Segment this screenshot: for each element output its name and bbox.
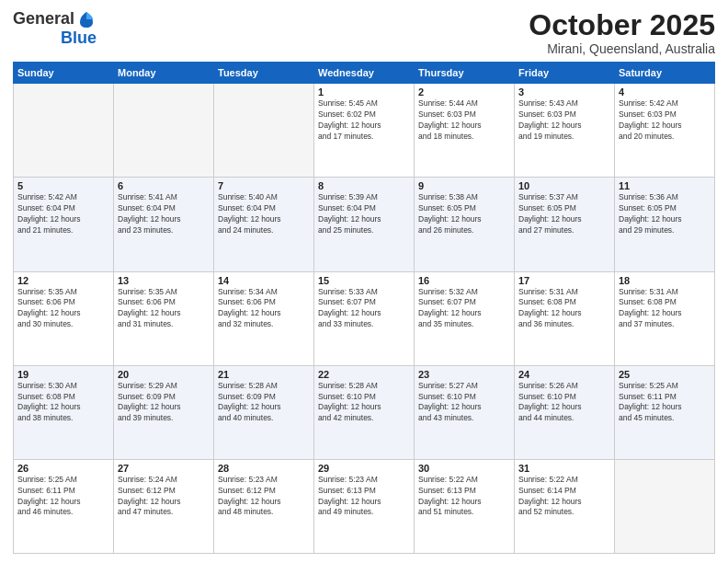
day-info: Sunrise: 5:30 AM Sunset: 6:08 PM Dayligh… xyxy=(17,381,109,425)
day-info: Sunrise: 5:25 AM Sunset: 6:11 PM Dayligh… xyxy=(619,381,711,425)
table-row: 14Sunrise: 5:34 AM Sunset: 6:06 PM Dayli… xyxy=(214,271,314,365)
table-row: 27Sunrise: 5:24 AM Sunset: 6:12 PM Dayli… xyxy=(114,459,214,553)
day-info: Sunrise: 5:23 AM Sunset: 6:12 PM Dayligh… xyxy=(218,475,310,519)
calendar-week-row: 26Sunrise: 5:25 AM Sunset: 6:11 PM Dayli… xyxy=(14,459,715,553)
day-info: Sunrise: 5:24 AM Sunset: 6:12 PM Dayligh… xyxy=(118,475,210,519)
day-info: Sunrise: 5:34 AM Sunset: 6:06 PM Dayligh… xyxy=(218,287,310,331)
table-row: 13Sunrise: 5:35 AM Sunset: 6:06 PM Dayli… xyxy=(114,271,214,365)
calendar-week-row: 5Sunrise: 5:42 AM Sunset: 6:04 PM Daylig… xyxy=(14,178,715,271)
day-number: 17 xyxy=(518,275,610,286)
day-info: Sunrise: 5:37 AM Sunset: 6:05 PM Dayligh… xyxy=(518,192,610,236)
calendar-subtitle: Mirani, Queensland, Australia xyxy=(529,41,715,56)
day-number: 26 xyxy=(17,463,109,474)
day-info: Sunrise: 5:23 AM Sunset: 6:13 PM Dayligh… xyxy=(318,475,410,519)
calendar-table: Sunday Monday Tuesday Wednesday Thursday… xyxy=(13,62,715,554)
table-row: 16Sunrise: 5:32 AM Sunset: 6:07 PM Dayli… xyxy=(415,271,515,365)
calendar-week-row: 19Sunrise: 5:30 AM Sunset: 6:08 PM Dayli… xyxy=(14,365,715,459)
day-number: 6 xyxy=(118,180,210,191)
table-row: 18Sunrise: 5:31 AM Sunset: 6:08 PM Dayli… xyxy=(615,271,715,365)
day-info: Sunrise: 5:28 AM Sunset: 6:10 PM Dayligh… xyxy=(318,381,410,425)
table-row: 26Sunrise: 5:25 AM Sunset: 6:11 PM Dayli… xyxy=(14,459,114,553)
day-number: 24 xyxy=(518,369,610,380)
header-friday: Friday xyxy=(515,63,615,84)
table-row: 31Sunrise: 5:22 AM Sunset: 6:14 PM Dayli… xyxy=(515,459,615,553)
day-number: 15 xyxy=(318,275,410,286)
table-row: 23Sunrise: 5:27 AM Sunset: 6:10 PM Dayli… xyxy=(415,365,515,459)
day-info: Sunrise: 5:42 AM Sunset: 6:04 PM Dayligh… xyxy=(17,192,109,236)
calendar-week-row: 1Sunrise: 5:45 AM Sunset: 6:02 PM Daylig… xyxy=(14,84,715,178)
day-number: 2 xyxy=(418,86,510,98)
day-number: 10 xyxy=(518,180,610,191)
calendar-title: October 2025 xyxy=(529,9,715,41)
day-number: 25 xyxy=(619,369,711,380)
table-row: 2Sunrise: 5:44 AM Sunset: 6:03 PM Daylig… xyxy=(415,84,515,178)
day-number: 16 xyxy=(418,275,510,286)
table-row: 10Sunrise: 5:37 AM Sunset: 6:05 PM Dayli… xyxy=(515,178,615,271)
table-row xyxy=(615,459,715,553)
day-number: 5 xyxy=(17,180,109,191)
day-info: Sunrise: 5:36 AM Sunset: 6:05 PM Dayligh… xyxy=(619,192,711,236)
day-number: 4 xyxy=(619,86,711,98)
table-row: 4Sunrise: 5:42 AM Sunset: 6:03 PM Daylig… xyxy=(615,84,715,178)
day-info: Sunrise: 5:25 AM Sunset: 6:11 PM Dayligh… xyxy=(17,475,109,519)
day-info: Sunrise: 5:33 AM Sunset: 6:07 PM Dayligh… xyxy=(318,287,410,331)
table-row: 21Sunrise: 5:28 AM Sunset: 6:09 PM Dayli… xyxy=(214,365,314,459)
day-number: 22 xyxy=(318,369,410,380)
day-number: 30 xyxy=(418,463,510,474)
day-number: 28 xyxy=(218,463,310,474)
day-number: 21 xyxy=(218,369,310,380)
day-number: 19 xyxy=(17,369,109,380)
logo: General Blue xyxy=(13,9,97,48)
table-row xyxy=(114,84,214,178)
day-number: 3 xyxy=(518,86,610,98)
day-number: 11 xyxy=(619,180,711,191)
header-tuesday: Tuesday xyxy=(214,63,314,84)
table-row: 28Sunrise: 5:23 AM Sunset: 6:12 PM Dayli… xyxy=(214,459,314,553)
day-number: 14 xyxy=(218,275,310,286)
table-row: 11Sunrise: 5:36 AM Sunset: 6:05 PM Dayli… xyxy=(615,178,715,271)
day-number: 8 xyxy=(318,180,410,191)
day-number: 12 xyxy=(17,275,109,286)
table-row: 24Sunrise: 5:26 AM Sunset: 6:10 PM Dayli… xyxy=(515,365,615,459)
day-info: Sunrise: 5:29 AM Sunset: 6:09 PM Dayligh… xyxy=(118,381,210,425)
logo-general-text: General xyxy=(13,10,74,29)
table-row: 22Sunrise: 5:28 AM Sunset: 6:10 PM Dayli… xyxy=(314,365,415,459)
header-wednesday: Wednesday xyxy=(314,63,415,84)
day-info: Sunrise: 5:38 AM Sunset: 6:05 PM Dayligh… xyxy=(418,192,510,236)
header: General Blue October 2025 Mirani, Queens… xyxy=(13,9,715,56)
table-row: 5Sunrise: 5:42 AM Sunset: 6:04 PM Daylig… xyxy=(14,178,114,271)
day-info: Sunrise: 5:44 AM Sunset: 6:03 PM Dayligh… xyxy=(418,98,510,143)
day-info: Sunrise: 5:41 AM Sunset: 6:04 PM Dayligh… xyxy=(118,192,210,236)
day-number: 13 xyxy=(118,275,210,286)
table-row: 19Sunrise: 5:30 AM Sunset: 6:08 PM Dayli… xyxy=(14,365,114,459)
day-info: Sunrise: 5:43 AM Sunset: 6:03 PM Dayligh… xyxy=(518,98,610,143)
day-info: Sunrise: 5:42 AM Sunset: 6:03 PM Dayligh… xyxy=(619,98,711,143)
day-number: 23 xyxy=(418,369,510,380)
table-row: 6Sunrise: 5:41 AM Sunset: 6:04 PM Daylig… xyxy=(114,178,214,271)
table-row: 9Sunrise: 5:38 AM Sunset: 6:05 PM Daylig… xyxy=(415,178,515,271)
day-info: Sunrise: 5:22 AM Sunset: 6:13 PM Dayligh… xyxy=(418,475,510,519)
logo-icon xyxy=(76,9,97,29)
table-row: 17Sunrise: 5:31 AM Sunset: 6:08 PM Dayli… xyxy=(515,271,615,365)
day-number: 1 xyxy=(318,86,410,98)
day-number: 29 xyxy=(318,463,410,474)
table-row: 29Sunrise: 5:23 AM Sunset: 6:13 PM Dayli… xyxy=(314,459,415,553)
day-info: Sunrise: 5:31 AM Sunset: 6:08 PM Dayligh… xyxy=(518,287,610,331)
day-info: Sunrise: 5:45 AM Sunset: 6:02 PM Dayligh… xyxy=(318,98,410,143)
day-number: 20 xyxy=(118,369,210,380)
day-info: Sunrise: 5:22 AM Sunset: 6:14 PM Dayligh… xyxy=(518,475,610,519)
day-info: Sunrise: 5:32 AM Sunset: 6:07 PM Dayligh… xyxy=(418,287,510,331)
table-row: 8Sunrise: 5:39 AM Sunset: 6:04 PM Daylig… xyxy=(314,178,415,271)
table-row: 30Sunrise: 5:22 AM Sunset: 6:13 PM Dayli… xyxy=(415,459,515,553)
day-info: Sunrise: 5:28 AM Sunset: 6:09 PM Dayligh… xyxy=(218,381,310,425)
title-block: October 2025 Mirani, Queensland, Austral… xyxy=(529,9,715,56)
table-row: 7Sunrise: 5:40 AM Sunset: 6:04 PM Daylig… xyxy=(214,178,314,271)
day-number: 7 xyxy=(218,180,310,191)
header-sunday: Sunday xyxy=(14,63,114,84)
page: General Blue October 2025 Mirani, Queens… xyxy=(0,0,728,563)
table-row: 1Sunrise: 5:45 AM Sunset: 6:02 PM Daylig… xyxy=(314,84,415,178)
table-row xyxy=(214,84,314,178)
day-info: Sunrise: 5:26 AM Sunset: 6:10 PM Dayligh… xyxy=(518,381,610,425)
table-row: 20Sunrise: 5:29 AM Sunset: 6:09 PM Dayli… xyxy=(114,365,214,459)
day-number: 18 xyxy=(619,275,711,286)
